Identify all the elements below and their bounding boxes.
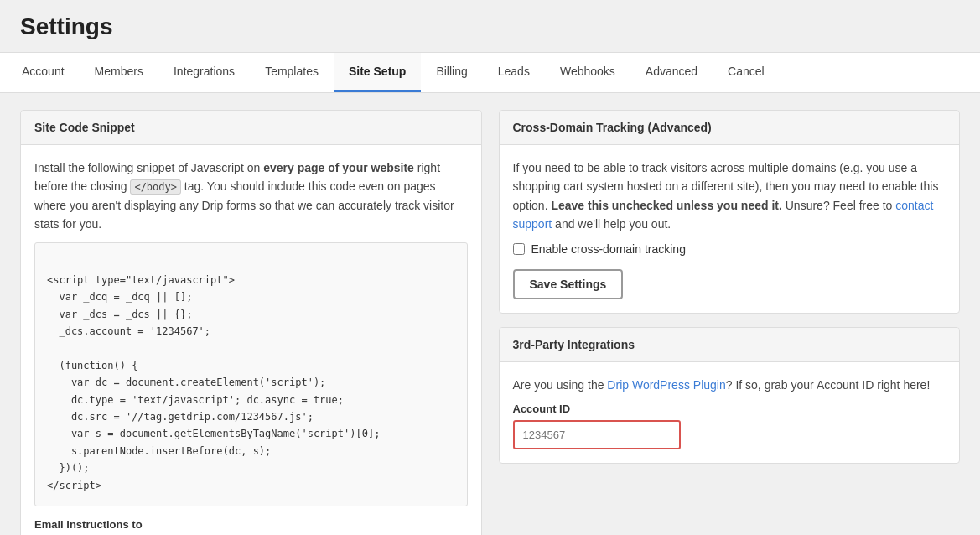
cross-domain-card: Cross-Domain Tracking (Advanced) If you …: [499, 110, 961, 314]
drip-wordpress-plugin-link[interactable]: Drip WordPress Plugin: [607, 378, 725, 392]
cross-domain-checkbox-row: Enable cross-domain tracking: [513, 242, 946, 256]
third-party-title: 3rd-Party Integrations: [500, 328, 960, 362]
account-id-row: [513, 420, 946, 449]
tab-advanced[interactable]: Advanced: [630, 53, 713, 92]
save-settings-button[interactable]: Save Settings: [513, 269, 624, 299]
tab-leads[interactable]: Leads: [483, 53, 545, 92]
account-id-input[interactable]: [513, 420, 681, 449]
cross-domain-text: If you need to be able to track visitors…: [513, 158, 946, 234]
tab-members[interactable]: Members: [80, 53, 158, 92]
third-party-text: Are you using the Drip WordPress Plugin?…: [513, 376, 946, 394]
cross-domain-title: Cross-Domain Tracking (Advanced): [500, 111, 960, 145]
cross-domain-checkbox[interactable]: [513, 243, 525, 255]
tab-webhooks[interactable]: Webhooks: [545, 53, 630, 92]
tab-billing[interactable]: Billing: [421, 53, 482, 92]
site-code-snippet-card: Site Code Snippet Install the following …: [20, 110, 482, 535]
account-id-label: Account ID: [513, 403, 946, 415]
tab-site-setup[interactable]: Site Setup: [334, 53, 421, 92]
tab-cancel[interactable]: Cancel: [713, 53, 780, 92]
tabs-bar: Account Members Integrations Templates S…: [0, 52, 980, 93]
snippet-intro: Install the following snippet of Javascr…: [34, 158, 468, 234]
tab-templates[interactable]: Templates: [250, 53, 334, 92]
tab-account[interactable]: Account: [7, 53, 80, 92]
body-tag: </body>: [130, 179, 181, 195]
site-code-snippet-title: Site Code Snippet: [21, 111, 481, 145]
cross-domain-checkbox-label: Enable cross-domain tracking: [531, 242, 686, 256]
third-party-card: 3rd-Party Integrations Are you using the…: [499, 327, 961, 464]
page-title: Settings: [20, 13, 960, 40]
email-instructions-label: Email instructions to: [34, 518, 468, 531]
code-snippet-block: <script type="text/javascript"> var _dcq…: [34, 242, 468, 506]
tab-integrations[interactable]: Integrations: [158, 53, 250, 92]
